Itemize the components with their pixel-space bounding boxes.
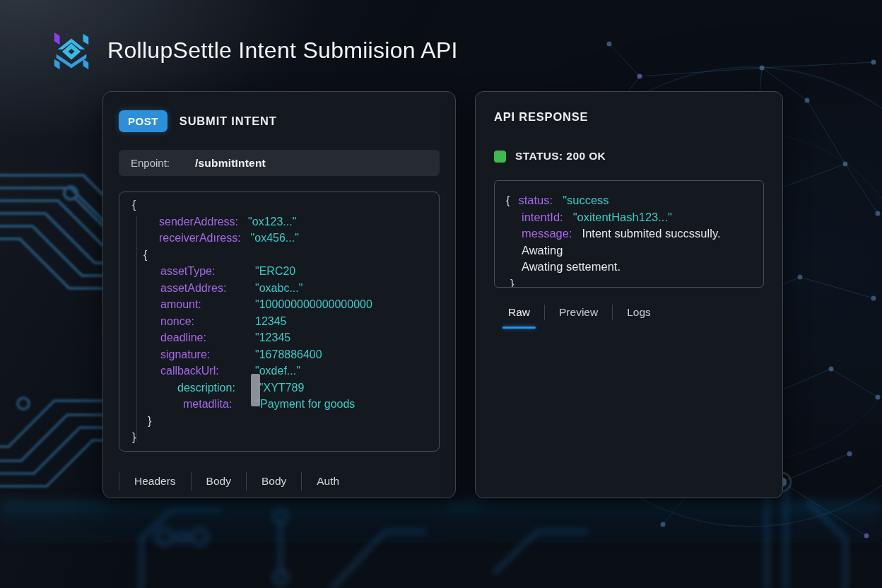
response-body: {status:"successintentId:"oxitentHash123… — [494, 180, 764, 288]
code-token: message: — [522, 227, 572, 240]
code-line: deadline:"12345 — [132, 329, 429, 346]
code-line: assetType:"ERC20 — [132, 263, 429, 280]
code-line: Awating settement. — [506, 259, 752, 276]
request-tabs: HeadersBodyBodyAuth — [119, 469, 440, 493]
code-token: nonce: — [160, 313, 245, 330]
indent-guide — [136, 216, 137, 441]
request-tab-headers[interactable]: Headers — [119, 472, 191, 490]
code-token: { — [143, 249, 147, 261]
request-tab-auth[interactable]: Auth — [301, 472, 354, 490]
code-token: intentId: — [522, 211, 563, 223]
code-token: signature: — [160, 346, 245, 363]
code-token: assetAddres: — [160, 280, 245, 297]
code-token: 12345 — [255, 315, 287, 327]
request-tab-body[interactable]: Body — [191, 472, 246, 490]
code-token: "ox123..." — [248, 216, 296, 228]
app-screen: RollupSettle Intent Submiision API POST … — [0, 0, 882, 588]
code-line: } — [132, 429, 429, 446]
response-tab-logs[interactable]: Logs — [612, 305, 665, 320]
code-token: } — [510, 277, 514, 288]
code-line: } — [132, 413, 429, 430]
code-token: callbackUrl: — [160, 363, 245, 380]
code-token: "success — [563, 194, 608, 206]
header: RollupSettle Intent Submiision API — [49, 28, 458, 72]
code-token: "oxabc..." — [255, 282, 302, 294]
response-tab-preview[interactable]: Preview — [544, 305, 612, 320]
code-line: { — [132, 196, 429, 213]
code-token: "ERC20 — [255, 265, 295, 277]
code-token: "Payment for goods — [256, 398, 355, 410]
code-line: intentId:"oxitentHash123..." — [506, 209, 752, 226]
code-token: "ox456..." — [251, 232, 299, 244]
code-token: "XYT789 — [259, 382, 305, 394]
endpoint-label: Enpoint: — [131, 157, 170, 169]
page-title: RollupSettle Intent Submiision API — [107, 37, 458, 64]
code-token: Awating settement. — [522, 260, 621, 273]
code-token: description: — [177, 382, 235, 394]
post-method-badge[interactable]: POST — [119, 110, 167, 132]
response-title: API RESPONSE — [494, 110, 764, 124]
response-tab-raw[interactable]: Raw — [494, 305, 544, 320]
code-line: nonce:12345 — [132, 313, 429, 330]
code-token: "oxdef..." — [255, 365, 300, 377]
code-line: metadlita:"Payment for goods — [132, 396, 429, 413]
request-panel: POST SUBMIT INTENT Enpoint: /submitInten… — [102, 91, 456, 498]
text-cursor — [251, 374, 260, 406]
code-token: assetType: — [160, 263, 245, 280]
code-token: status: — [519, 194, 553, 206]
code-token: receiverAdıress: — [159, 232, 241, 244]
code-line: message:Intent submited succssully. Awat… — [506, 225, 752, 259]
code-line: description:"XYT789 — [132, 380, 429, 396]
code-line: assetAddres:"oxabc..." — [132, 280, 429, 297]
code-line: {status:"success — [506, 192, 752, 209]
code-token: deadline: — [160, 329, 245, 346]
code-token: "oxitentHash123..." — [573, 211, 672, 223]
code-line: } — [506, 276, 752, 288]
code-line: { — [132, 247, 429, 264]
code-token: "1678886400 — [255, 348, 322, 360]
request-title: SUBMIT INTENT — [180, 114, 277, 128]
code-line: signature:"1678886400 — [132, 346, 429, 363]
code-token: } — [132, 431, 136, 443]
code-token: senderAddress: — [159, 216, 238, 228]
status-indicator-icon — [494, 151, 506, 163]
code-token: metadlita: — [183, 398, 232, 410]
code-token: amount: — [160, 296, 245, 313]
code-token: "100000000000000000 — [255, 298, 372, 310]
code-token: { — [506, 194, 510, 206]
request-header: POST SUBMIT INTENT — [119, 110, 440, 132]
endpoint-value: /submitIntent — [195, 157, 266, 170]
code-token: } — [148, 415, 151, 427]
code-line: callbackUrl:"oxdef..." — [132, 363, 429, 380]
response-panel: API RESPONSE STATUS: 200 OK {status:"suc… — [475, 91, 783, 498]
status-text: STATUS: 200 OK — [515, 150, 606, 163]
endpoint-field[interactable]: Enpoint: /submitIntent — [119, 150, 440, 176]
code-token: "12345 — [255, 331, 290, 343]
request-tab-body[interactable]: Body — [246, 472, 301, 490]
code-line: receiverAdıress:"ox456..." — [132, 230, 429, 247]
request-body-editor[interactable]: {senderAddress:"ox123..."receiverAdıress… — [119, 192, 440, 452]
rollupsettle-logo-icon — [49, 28, 93, 72]
code-line: senderAddress:"ox123..." — [132, 213, 429, 230]
status-row: STATUS: 200 OK — [494, 150, 764, 163]
response-tabs: RawPreviewLogs — [494, 305, 764, 333]
code-line: amount:"100000000000000000 — [132, 296, 429, 313]
code-token: { — [132, 199, 136, 211]
